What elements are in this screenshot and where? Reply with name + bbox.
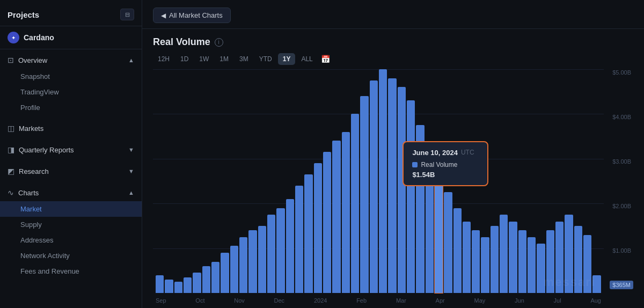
chart-bar[interactable] <box>295 186 303 293</box>
x-label: Jul <box>554 297 561 304</box>
chart-bar[interactable] <box>360 96 368 293</box>
filter-ytd[interactable]: YTD <box>254 53 277 65</box>
chart-bar[interactable] <box>546 230 554 293</box>
chart-bar[interactable] <box>184 277 192 293</box>
chart-bar[interactable] <box>211 262 219 293</box>
nav-markets-section: ◫ Markets <box>0 118 142 139</box>
sidebar-item-profile[interactable]: Profile <box>0 100 142 115</box>
project-name: Cardano <box>24 33 54 42</box>
x-label: Feb <box>356 297 367 304</box>
filter-all[interactable]: ALL <box>296 53 317 65</box>
chart-bar[interactable] <box>388 78 396 293</box>
chart-bar[interactable] <box>221 253 229 293</box>
chart-bar[interactable] <box>583 235 591 293</box>
filter-1y[interactable]: 1Y <box>278 53 296 65</box>
x-label: Apr <box>436 297 445 304</box>
info-icon[interactable]: i <box>215 38 223 47</box>
y-label: $4.00B <box>612 114 631 120</box>
nav-charts-header[interactable]: ∿ Charts ▲ <box>0 184 142 201</box>
chart-bar[interactable] <box>332 141 340 293</box>
chart-bar[interactable] <box>342 132 350 293</box>
sidebar-title: Projects <box>8 10 39 19</box>
sidebar-item-supply[interactable]: Supply <box>0 217 142 232</box>
nav-markets-header[interactable]: ◫ Markets <box>0 120 142 137</box>
project-item[interactable]: ✦ Cardano <box>0 26 142 49</box>
sidebar-item-fees-revenue[interactable]: Fees and Revenue <box>0 263 142 279</box>
quarterly-chevron-icon: ▼ <box>128 146 134 153</box>
chart-bar[interactable] <box>537 244 545 293</box>
nav-overview-section: ⊡ Overview ▲ Snapshot TradingView Profil… <box>0 49 142 118</box>
y-label: $1.00B <box>612 247 631 254</box>
back-button[interactable]: ◀ All Market Charts <box>153 8 231 23</box>
chart-bar[interactable] <box>407 100 415 293</box>
calendar-icon[interactable]: 📅 <box>321 55 330 63</box>
chart-bar[interactable] <box>472 230 480 293</box>
x-label: Aug <box>590 297 601 304</box>
chart-bar[interactable] <box>314 163 322 293</box>
chart-bar[interactable] <box>565 215 573 293</box>
chart-bar[interactable] <box>398 87 406 293</box>
chart-bar[interactable] <box>528 237 536 293</box>
chart-bar[interactable] <box>351 114 359 293</box>
chart-bar[interactable] <box>500 215 508 293</box>
chart-bar[interactable] <box>518 230 526 293</box>
nav-quarterly-label: Quarterly Reports <box>19 146 74 154</box>
sidebar-item-snapshot[interactable]: Snapshot <box>0 69 142 84</box>
chart-bar[interactable] <box>379 69 387 293</box>
chart-bar[interactable] <box>165 280 173 293</box>
chart-bar[interactable] <box>258 226 266 293</box>
chart-bar[interactable] <box>276 208 284 293</box>
sidebar-item-tradingview[interactable]: TradingView <box>0 84 142 100</box>
chart-bar[interactable] <box>248 230 257 293</box>
research-icon: ◩ <box>8 167 14 175</box>
chart-bar[interactable] <box>435 170 443 293</box>
chart-bar[interactable] <box>174 282 182 293</box>
x-label: Mar <box>396 297 406 304</box>
chart-bar[interactable] <box>509 222 517 293</box>
chart-bar[interactable] <box>444 192 452 293</box>
sidebar-item-market[interactable]: Market <box>0 201 142 217</box>
chart-bar[interactable] <box>267 215 275 293</box>
x-label: Oct <box>195 297 204 304</box>
filter-1d[interactable]: 1D <box>175 53 193 65</box>
chart-bar[interactable] <box>323 152 331 293</box>
charts-chevron-icon: ▲ <box>128 189 134 196</box>
chart-bar[interactable] <box>463 222 471 293</box>
chart-bar[interactable] <box>481 237 489 293</box>
sidebar-item-addresses[interactable]: Addresses <box>0 232 142 248</box>
tooltip-utc: UTC <box>461 149 474 156</box>
x-label: Nov <box>234 297 245 304</box>
chart-bar[interactable] <box>574 226 582 293</box>
filter-1w[interactable]: 1W <box>194 53 214 65</box>
nav-research-header[interactable]: ◩ Research ▼ <box>0 163 142 180</box>
chart-bar[interactable] <box>230 246 238 293</box>
nav-overview-header[interactable]: ⊡ Overview ▲ <box>0 52 142 69</box>
sidebar-item-network-activity[interactable]: Network Activity <box>0 248 142 263</box>
x-label: Dec <box>274 297 285 304</box>
chart-bar[interactable] <box>555 222 564 293</box>
tooltip-dot <box>412 162 418 167</box>
chart-bar[interactable] <box>156 275 164 293</box>
value-badge: $365M <box>610 281 633 289</box>
chart-bar[interactable] <box>370 80 378 293</box>
chart-bar[interactable] <box>491 226 499 293</box>
chart-bar[interactable] <box>592 275 601 293</box>
filter-1m[interactable]: 1M <box>215 53 233 65</box>
nav-quarterly-header[interactable]: ◨ Quarterly Reports ▼ <box>0 141 142 158</box>
chart-bar[interactable] <box>202 266 210 293</box>
chart-tooltip: June 10, 2024 UTC Real Volume $1.54B <box>402 141 488 186</box>
tooltip-value: $1.54B <box>412 171 479 179</box>
bars-area <box>153 69 604 293</box>
tooltip-row: Real Volume <box>412 161 479 168</box>
chart-title: Real Volume <box>153 36 210 48</box>
chart-bar[interactable] <box>239 237 247 293</box>
filter-12h[interactable]: 12H <box>153 53 174 65</box>
chart-bar[interactable] <box>453 208 462 293</box>
chart-bar[interactable] <box>286 199 294 293</box>
chart-bar[interactable] <box>304 174 312 293</box>
filter-3m[interactable]: 3M <box>235 53 253 65</box>
nav-markets-label: Markets <box>19 124 43 133</box>
collapse-sidebar-button[interactable]: ⊟ <box>120 9 134 20</box>
research-chevron-icon: ▼ <box>128 168 134 174</box>
chart-bar[interactable] <box>193 273 201 293</box>
